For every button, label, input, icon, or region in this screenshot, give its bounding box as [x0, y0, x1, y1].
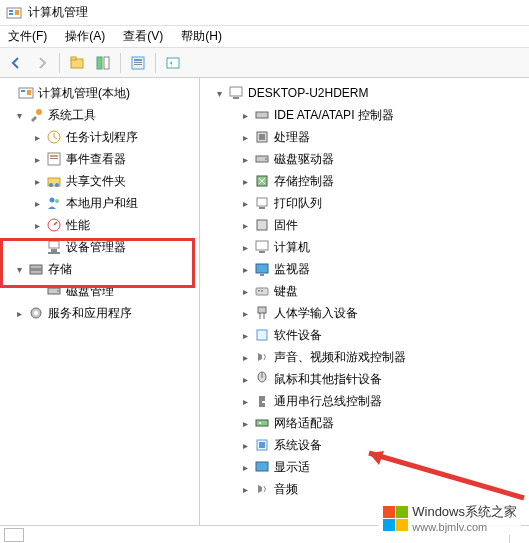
- device-category[interactable]: ▸显示适: [200, 456, 529, 478]
- device-tree-root[interactable]: ▾ DESKTOP-U2HDERM: [200, 82, 529, 104]
- tree-performance[interactable]: ▸ 性能: [0, 214, 199, 236]
- forward-button[interactable]: [30, 51, 54, 75]
- device-category[interactable]: ▸系统设备: [200, 434, 529, 456]
- chevron-right-icon[interactable]: ▸: [238, 174, 252, 188]
- svg-point-42: [265, 158, 267, 160]
- svg-rect-14: [21, 90, 25, 92]
- tree-event-viewer[interactable]: ▸ 事件查看器: [0, 148, 199, 170]
- device-label: 固件: [274, 217, 298, 234]
- device-label: 监视器: [274, 261, 310, 278]
- tree-disk-mgmt[interactable]: 磁盘管理: [0, 280, 199, 302]
- tree-services-apps[interactable]: ▸ 服务和应用程序: [0, 302, 199, 324]
- chevron-right-icon[interactable]: ▸: [238, 152, 252, 166]
- svg-rect-11: [134, 64, 142, 65]
- device-category[interactable]: ▸音频: [200, 478, 529, 500]
- device-category[interactable]: ▸磁盘驱动器: [200, 148, 529, 170]
- tree-local-users[interactable]: ▸ 本地用户和组: [0, 192, 199, 214]
- tree-task-scheduler[interactable]: ▸ 任务计划程序: [0, 126, 199, 148]
- svg-rect-53: [261, 290, 263, 292]
- device-icon: [254, 261, 270, 277]
- chevron-right-icon[interactable]: [2, 86, 16, 100]
- chevron-right-icon[interactable]: ▸: [30, 130, 44, 144]
- performance-icon: [46, 217, 62, 233]
- device-icon: [254, 151, 270, 167]
- chevron-right-icon[interactable]: ▸: [238, 328, 252, 342]
- statusbar-box: [4, 528, 24, 542]
- refresh-button[interactable]: [161, 51, 185, 75]
- chevron-right-icon[interactable]: ▸: [30, 218, 44, 232]
- device-category[interactable]: ▸固件: [200, 214, 529, 236]
- svg-rect-27: [49, 241, 59, 248]
- tree-system-tools[interactable]: ▾ 系统工具: [0, 104, 199, 126]
- chevron-right-icon[interactable]: ▸: [238, 416, 252, 430]
- tree-label: 磁盘管理: [66, 283, 114, 300]
- tree-label: 存储: [48, 261, 72, 278]
- chevron-right-icon[interactable]: ▸: [238, 130, 252, 144]
- chevron-right-icon[interactable]: ▸: [238, 196, 252, 210]
- chevron-down-icon[interactable]: ▾: [12, 108, 26, 122]
- device-category[interactable]: ▸人体学输入设备: [200, 302, 529, 324]
- up-button[interactable]: [65, 51, 89, 75]
- device-category[interactable]: ▸网络适配器: [200, 412, 529, 434]
- device-category[interactable]: ▸通用串行总线控制器: [200, 390, 529, 412]
- device-icon: [254, 459, 270, 475]
- svg-point-23: [55, 183, 59, 187]
- device-label: 键盘: [274, 283, 298, 300]
- device-label: 打印队列: [274, 195, 322, 212]
- tree-label: 服务和应用程序: [48, 305, 132, 322]
- chevron-right-icon[interactable]: ▸: [238, 262, 252, 276]
- device-category[interactable]: ▸处理器: [200, 126, 529, 148]
- menu-file[interactable]: 文件(F): [8, 28, 47, 45]
- chevron-down-icon[interactable]: ▾: [212, 86, 226, 100]
- tree-shared-folders[interactable]: ▸ 共享文件夹: [0, 170, 199, 192]
- chevron-right-icon[interactable]: ▸: [238, 240, 252, 254]
- device-icon: [254, 371, 270, 387]
- device-category[interactable]: ▸监视器: [200, 258, 529, 280]
- menu-view[interactable]: 查看(V): [123, 28, 163, 45]
- device-category[interactable]: ▸存储控制器: [200, 170, 529, 192]
- device-label: 显示适: [274, 459, 310, 476]
- device-icon: [254, 437, 270, 453]
- show-hide-button[interactable]: [91, 51, 115, 75]
- device-category[interactable]: ▸计算机: [200, 236, 529, 258]
- svg-point-16: [36, 109, 42, 115]
- svg-rect-19: [50, 155, 58, 157]
- computer-icon: [228, 85, 244, 101]
- device-label: 鼠标和其他指针设备: [274, 371, 382, 388]
- menu-help[interactable]: 帮助(H): [181, 28, 222, 45]
- device-category[interactable]: ▸键盘: [200, 280, 529, 302]
- chevron-right-icon[interactable]: ▸: [30, 174, 44, 188]
- chevron-right-icon[interactable]: ▸: [30, 196, 44, 210]
- device-category[interactable]: ▸鼠标和其他指针设备: [200, 368, 529, 390]
- back-button[interactable]: [4, 51, 28, 75]
- tree-label: 事件查看器: [66, 151, 126, 168]
- chevron-right-icon[interactable]: ▸: [238, 218, 252, 232]
- chevron-right-icon[interactable]: ▸: [238, 394, 252, 408]
- event-viewer-icon: [46, 151, 62, 167]
- properties-button[interactable]: [126, 51, 150, 75]
- watermark: Windows系统之家 www.bjmlv.com: [378, 501, 521, 535]
- chevron-right-icon[interactable]: ▸: [238, 482, 252, 496]
- chevron-down-icon[interactable]: ▾: [12, 262, 26, 276]
- tree-device-manager[interactable]: 设备管理器: [0, 236, 199, 258]
- device-category[interactable]: ▸声音、视频和游戏控制器: [200, 346, 529, 368]
- device-label: 人体学输入设备: [274, 305, 358, 322]
- tree-root-local[interactable]: 计算机管理(本地): [0, 82, 199, 104]
- chevron-right-icon[interactable]: ▸: [238, 306, 252, 320]
- device-label: 计算机: [274, 239, 310, 256]
- device-category[interactable]: ▸IDE ATA/ATAPI 控制器: [200, 104, 529, 126]
- chevron-right-icon[interactable]: ▸: [30, 152, 44, 166]
- device-manager-icon: [46, 239, 62, 255]
- toolbar-separator: [155, 53, 156, 73]
- chevron-right-icon[interactable]: ▸: [238, 284, 252, 298]
- menu-action[interactable]: 操作(A): [65, 28, 105, 45]
- chevron-right-icon[interactable]: ▸: [238, 350, 252, 364]
- chevron-right-icon[interactable]: ▸: [238, 108, 252, 122]
- chevron-right-icon[interactable]: ▸: [238, 460, 252, 474]
- chevron-right-icon[interactable]: ▸: [238, 372, 252, 386]
- device-category[interactable]: ▸软件设备: [200, 324, 529, 346]
- chevron-right-icon[interactable]: ▸: [12, 306, 26, 320]
- tree-storage[interactable]: ▾ 存储: [0, 258, 199, 280]
- device-category[interactable]: ▸打印队列: [200, 192, 529, 214]
- chevron-right-icon[interactable]: ▸: [238, 438, 252, 452]
